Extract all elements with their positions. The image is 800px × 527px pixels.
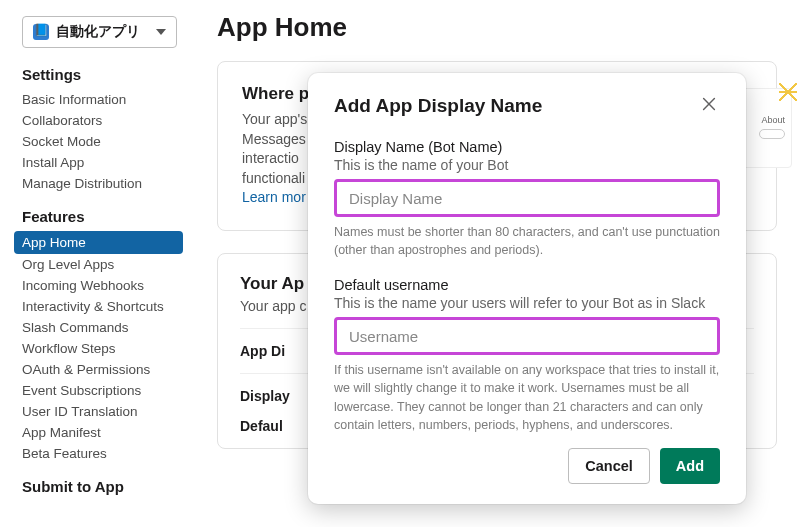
display-name-input[interactable] bbox=[334, 179, 720, 217]
username-label: Default username bbox=[334, 277, 720, 293]
username-input[interactable] bbox=[334, 317, 720, 355]
modal-title: Add App Display Name bbox=[334, 95, 542, 117]
username-sub: This is the name your users will refer t… bbox=[334, 295, 720, 311]
username-help: If this username isn't available on any … bbox=[334, 361, 720, 434]
close-icon[interactable] bbox=[700, 95, 720, 115]
display-name-sub: This is the name of your Bot bbox=[334, 157, 720, 173]
display-name-help: Names must be shorter than 80 characters… bbox=[334, 223, 720, 259]
display-name-label: Display Name (Bot Name) bbox=[334, 139, 720, 155]
cancel-button[interactable]: Cancel bbox=[568, 448, 650, 484]
add-display-name-modal: Add App Display Name Display Name (Bot N… bbox=[308, 73, 746, 504]
modal-backdrop: Add App Display Name Display Name (Bot N… bbox=[0, 0, 800, 527]
add-button[interactable]: Add bbox=[660, 448, 720, 484]
